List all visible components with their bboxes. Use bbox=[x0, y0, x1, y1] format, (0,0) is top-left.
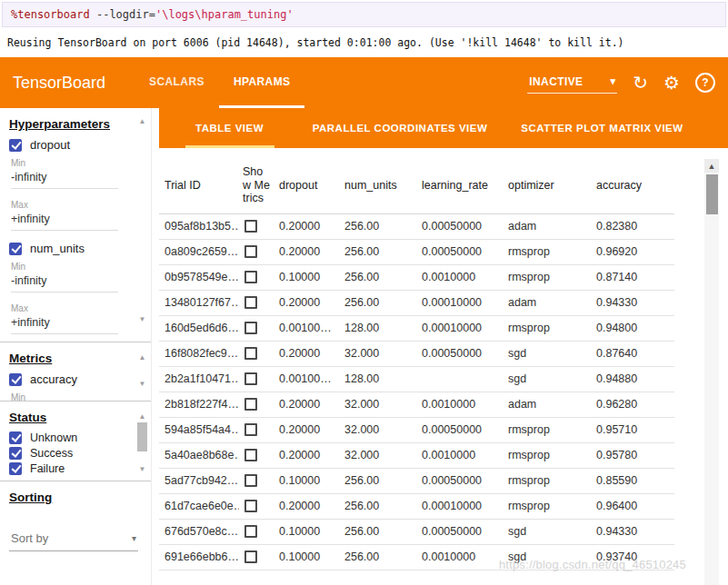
status-failure-row[interactable]: Failure bbox=[9, 462, 133, 475]
trial-id-cell: 095af8b13b5… bbox=[159, 213, 239, 239]
refresh-icon[interactable]: ↻ bbox=[633, 74, 648, 92]
learning-rate-cell: 0.0010000 bbox=[416, 442, 503, 468]
page: %tensorboard --logdir='\logs\hparam_tuni… bbox=[0, 0, 728, 585]
status-scrollbar[interactable]: ▲ ▼ bbox=[136, 412, 148, 473]
scroll-down-icon[interactable]: ▼ bbox=[139, 465, 146, 473]
trial-id-cell: 0b9578549e… bbox=[159, 264, 239, 290]
show-metrics-checkbox[interactable] bbox=[244, 372, 257, 385]
show-metrics-checkbox[interactable] bbox=[244, 271, 257, 283]
col-num-units[interactable]: num_units bbox=[339, 157, 416, 213]
metrics-section: Metrics accuracy Min ▲ ▼ bbox=[0, 342, 151, 402]
notebook-output: Reusing TensorBoard on port 6006 (pid 14… bbox=[0, 29, 728, 57]
accuracy-checkbox-row[interactable]: accuracy bbox=[9, 372, 133, 386]
show-metrics-checkbox[interactable] bbox=[244, 220, 257, 233]
chevron-down-icon: ▾ bbox=[610, 75, 615, 87]
tensorboard-body: Hyperparameters dropout Min -infinity Ma… bbox=[0, 108, 728, 585]
scroll-up-icon[interactable]: ▲ bbox=[139, 412, 146, 421]
scroll-down-icon[interactable]: ▼ bbox=[139, 380, 146, 388]
show-metrics-cell bbox=[239, 213, 274, 239]
app-title: TensorBoard bbox=[13, 74, 105, 93]
tab-table-view[interactable]: TABLE VIEW bbox=[159, 108, 300, 148]
clipped-metric-field: Min bbox=[11, 392, 133, 401]
scroll-down-icon[interactable]: ▼ bbox=[139, 315, 146, 323]
optimizer-cell: rmsprop bbox=[503, 264, 591, 290]
optimizer-cell: sgd bbox=[503, 544, 591, 570]
learning-rate-cell: 0.0010000 bbox=[416, 544, 503, 570]
scrollbar-thumb[interactable] bbox=[137, 422, 147, 451]
hparams-table-wrap: Trial ID Show Metrics dropout num_units … bbox=[159, 157, 728, 570]
accuracy-checkbox[interactable] bbox=[9, 373, 22, 386]
status-success-row[interactable]: Success bbox=[9, 447, 133, 460]
metrics-scrollbar[interactable]: ▲ ▼ bbox=[136, 353, 148, 388]
failure-checkbox[interactable] bbox=[9, 462, 22, 475]
optimizer-cell: rmsprop bbox=[503, 239, 591, 264]
show-metrics-checkbox[interactable] bbox=[244, 550, 257, 563]
table-scrollbar[interactable]: ▲ bbox=[704, 159, 719, 585]
col-learning-rate[interactable]: learning_rate bbox=[416, 157, 503, 213]
learning-rate-cell: 0.00050000 bbox=[416, 341, 503, 366]
sort-by-dropdown[interactable]: Sort by ▾ bbox=[9, 528, 138, 551]
scroll-up-icon[interactable]: ▲ bbox=[139, 353, 146, 362]
show-metrics-cell bbox=[239, 290, 274, 315]
num-units-cell: 128.00 bbox=[339, 366, 416, 392]
tab-hparams[interactable]: HPARAMS bbox=[219, 57, 305, 108]
status-unknown-row[interactable]: Unknown bbox=[9, 431, 133, 444]
show-metrics-checkbox[interactable] bbox=[244, 347, 257, 360]
tab-scalars[interactable]: SCALARS bbox=[135, 57, 219, 108]
scrollbar-thumb[interactable] bbox=[706, 174, 718, 214]
scroll-up-icon[interactable]: ▲ bbox=[139, 117, 146, 125]
settings-gear-icon[interactable]: ⚙ bbox=[663, 74, 680, 92]
magic-command-token: %tensorboard bbox=[11, 8, 90, 21]
table-row: 095af8b13b5… 0.20000 256.00 0.00050000 a… bbox=[159, 213, 674, 239]
show-metrics-cell bbox=[239, 366, 274, 392]
direction-dropdown[interactable]: Direction ▾ bbox=[9, 580, 138, 585]
learning-rate-cell: 0.00050000 bbox=[416, 417, 503, 442]
show-metrics-cell bbox=[239, 519, 274, 544]
dropout-cell: 0.20000 bbox=[274, 442, 339, 468]
main-content: TABLE VIEW PARALLEL COORDINATES VIEW SCA… bbox=[152, 108, 728, 585]
optimizer-cell: adam bbox=[503, 392, 591, 417]
flag-token: --logdir= bbox=[90, 8, 155, 21]
table-row: 0a809c2659… 0.20000 256.00 0.00050000 rm… bbox=[159, 239, 674, 264]
col-show-metrics[interactable]: Show Metrics bbox=[239, 157, 274, 213]
unknown-checkbox[interactable] bbox=[9, 431, 22, 444]
show-metrics-checkbox[interactable] bbox=[244, 423, 257, 436]
dropout-checkbox[interactable] bbox=[9, 139, 22, 152]
max-value-input[interactable]: +infinity bbox=[11, 213, 118, 231]
max-value-input[interactable]: +infinity bbox=[11, 316, 118, 334]
tab-scatter-plot-matrix-view[interactable]: SCATTER PLOT MATRIX VIEW bbox=[500, 108, 704, 148]
col-accuracy[interactable]: accuracy bbox=[591, 157, 674, 213]
min-value-input[interactable]: -infinity bbox=[11, 171, 118, 189]
show-metrics-checkbox[interactable] bbox=[244, 449, 257, 461]
dropout-cell: 0.00100… bbox=[274, 366, 339, 392]
hyperparameters-scrollbar[interactable]: ▲ ▼ bbox=[136, 117, 148, 323]
accuracy-cell: 0.93740 bbox=[591, 544, 674, 570]
accuracy-cell: 0.96400 bbox=[591, 493, 674, 519]
accuracy-cell: 0.95780 bbox=[591, 442, 674, 468]
col-trial-id[interactable]: Trial ID bbox=[159, 157, 239, 213]
show-metrics-checkbox[interactable] bbox=[244, 398, 257, 411]
show-metrics-checkbox[interactable] bbox=[244, 296, 257, 309]
scroll-up-icon[interactable]: ▲ bbox=[704, 159, 719, 173]
help-icon[interactable]: ? bbox=[695, 73, 715, 93]
table-row: 2b2a1f10471… 0.00100… 128.00 sgd 0.94880 bbox=[159, 366, 674, 392]
num-units-checkbox-row[interactable]: num_units bbox=[9, 242, 133, 255]
show-metrics-checkbox[interactable] bbox=[244, 474, 257, 487]
num-units-max-field: Max +infinity bbox=[11, 303, 118, 334]
show-metrics-checkbox[interactable] bbox=[244, 245, 257, 258]
show-metrics-checkbox[interactable] bbox=[244, 500, 257, 512]
dropout-checkbox-row[interactable]: dropout bbox=[9, 138, 133, 152]
show-metrics-checkbox[interactable] bbox=[244, 525, 257, 538]
success-checkbox[interactable] bbox=[9, 447, 22, 460]
tab-parallel-coordinates-view[interactable]: PARALLEL COORDINATES VIEW bbox=[300, 108, 500, 148]
notebook-code-cell[interactable]: %tensorboard --logdir='\logs\hparam_tuni… bbox=[2, 2, 726, 27]
col-optimizer[interactable]: optimizer bbox=[503, 157, 591, 213]
unknown-label: Unknown bbox=[30, 431, 77, 444]
show-metrics-checkbox[interactable] bbox=[244, 322, 257, 334]
table-row: 691e66ebb6… 0.10000 256.00 0.0010000 sgd… bbox=[159, 544, 674, 570]
min-value-input[interactable]: -infinity bbox=[11, 274, 118, 292]
trial-id-cell: 13480127f67… bbox=[159, 290, 239, 315]
num-units-checkbox[interactable] bbox=[9, 243, 22, 255]
reload-status-dropdown[interactable]: INACTIVE ▾ bbox=[527, 73, 617, 94]
col-dropout[interactable]: dropout bbox=[274, 157, 339, 213]
